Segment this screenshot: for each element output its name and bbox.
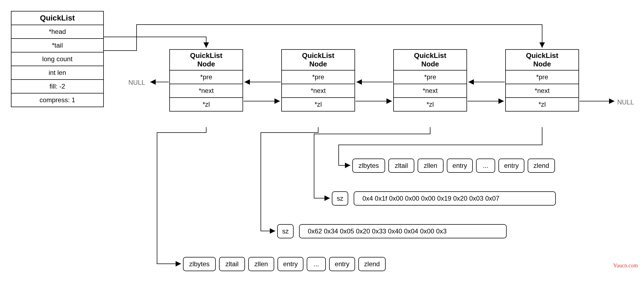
quicklist-node-2: QuickList Node *pre *next *zl [281, 49, 355, 112]
quicklist-node-1: QuickList Node *pre *next *zl [169, 49, 243, 112]
quicklist-row-head: *head [11, 25, 103, 39]
node-row-next: *next [506, 84, 578, 98]
node-row-next: *next [394, 84, 466, 98]
node-row-next: *next [282, 84, 355, 98]
node-row-next: *next [170, 84, 243, 98]
node-row-pre: *pre [282, 71, 355, 84]
compressed-a-sz: sz [332, 191, 348, 206]
quicklist-node-3: QuickList Node *pre *next *zl [393, 49, 467, 112]
node-title: QuickList Node [170, 50, 243, 71]
quicklist-row-count: long count [11, 52, 103, 66]
node-title: QuickList Node [506, 50, 578, 71]
node-row-zl: *zl [506, 98, 578, 111]
node-row-pre: *pre [506, 71, 578, 84]
null-right: NULL [617, 98, 634, 106]
compressed-a-hex: 0x4 0x1f 0x00 0x00 0x00 0x19 0x20 0x03 0… [354, 191, 556, 206]
ziplist-a-zlbytes: zlbytes [352, 159, 385, 173]
node-row-zl: *zl [394, 98, 466, 111]
node-title: QuickList Node [282, 50, 355, 71]
quicklist-row-fill: fill: -2 [11, 80, 103, 93]
ziplist-a-zltail: zltail [388, 159, 414, 173]
ziplist-b-entry1: entry [277, 257, 303, 271]
ziplist-a-dots: ... [476, 159, 495, 173]
null-left: NULL [128, 79, 145, 86]
ziplist-b-zlend: zlend [358, 257, 386, 271]
node-row-pre: *pre [170, 71, 243, 84]
ziplist-a-zllen: zllen [418, 159, 444, 173]
quicklist-struct: QuickList *head *tail long count int len… [11, 11, 104, 107]
compressed-b-hex: 0x62 0x34 0x05 0x20 0x33 0x40 0x04 0x00 … [299, 224, 507, 238]
node-title: QuickList Node [394, 50, 466, 71]
ziplist-b-zllen: zllen [248, 257, 274, 271]
quicklist-row-compress: compress: 1 [11, 93, 103, 107]
ziplist-a-entry1: entry [447, 159, 473, 173]
ziplist-b-dots: ... [307, 257, 326, 271]
ziplist-b-zltail: zltail [219, 257, 245, 271]
node-row-pre: *pre [394, 71, 466, 84]
ziplist-b-entry2: entry [329, 257, 355, 271]
node-row-zl: *zl [282, 98, 355, 111]
ziplist-a-entry2: entry [498, 159, 524, 173]
ziplist-a-zlend: zlend [528, 159, 555, 173]
watermark: Yuucn.com [613, 262, 638, 269]
quicklist-node-4: QuickList Node *pre *next *zl [505, 49, 579, 112]
quicklist-row-len: int len [11, 66, 103, 80]
ziplist-b-zlbytes: zlbytes [183, 257, 216, 271]
node-row-zl: *zl [170, 98, 243, 111]
quicklist-title: QuickList [11, 11, 103, 25]
quicklist-row-tail: *tail [11, 39, 103, 52]
compressed-b-sz: sz [277, 224, 294, 238]
